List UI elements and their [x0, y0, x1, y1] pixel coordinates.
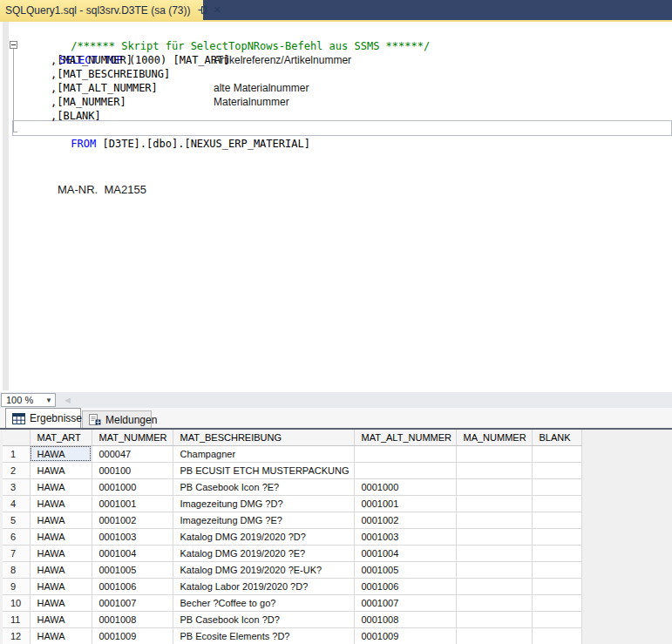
grid-corner-cell[interactable] — [3, 430, 30, 445]
grid-cell[interactable] — [532, 445, 581, 462]
grid-column-header[interactable]: MAT_BESCHREIBUNG — [173, 430, 354, 445]
grid-cell[interactable]: 0001000 — [92, 478, 173, 495]
grid-cell[interactable] — [532, 495, 581, 512]
grid-cell[interactable] — [456, 578, 532, 594]
close-icon[interactable]: ✕ — [214, 5, 221, 15]
grid-cell[interactable] — [532, 528, 581, 545]
grid-cell[interactable] — [532, 462, 581, 478]
grid-cell[interactable] — [354, 462, 456, 478]
grid-row-header[interactable]: 4 — [3, 495, 30, 512]
grid-column-header[interactable]: MAT_ART — [30, 430, 92, 445]
grid-row-header[interactable]: 6 — [3, 528, 30, 545]
grid-cell[interactable]: PB Casebook Icon ?E? — [173, 478, 354, 495]
grid-cell[interactable]: 0001008 — [92, 611, 173, 627]
grid-cell[interactable] — [456, 495, 532, 512]
grid-row-header[interactable]: 9 — [3, 578, 30, 594]
grid-cell[interactable]: 0001005 — [92, 561, 173, 578]
editor-hscrollbar[interactable]: 100 % ▼ ◄ — [0, 392, 672, 408]
grid-row-header[interactable]: 3 — [3, 478, 30, 495]
grid-cell[interactable] — [456, 561, 532, 578]
grid-row-header[interactable]: 7 — [3, 545, 30, 561]
grid-cell[interactable]: Katalog DMG 2019/2020 ?D? — [173, 528, 354, 545]
grid-cell[interactable]: 0001006 — [92, 578, 173, 594]
grid-cell[interactable] — [532, 611, 581, 627]
grid-cell[interactable]: HAWA — [30, 462, 92, 478]
grid-cell[interactable]: 0001002 — [92, 512, 173, 528]
grid-cell[interactable] — [532, 627, 581, 644]
grid-cell[interactable] — [532, 545, 581, 561]
tab-results[interactable]: Ergebnisse — [5, 408, 81, 428]
grid-cell[interactable]: PB ECUSIT ETCH MUSTERPACKUNG — [173, 462, 354, 478]
grid-cell[interactable]: 0001001 — [354, 495, 456, 512]
grid-cell[interactable]: 0001004 — [354, 545, 456, 561]
grid-cell[interactable] — [532, 478, 581, 495]
grid-cell[interactable] — [532, 594, 581, 611]
grid-cell[interactable]: 0001004 — [92, 545, 173, 561]
grid-cell[interactable]: Katalog DMG 2019/2020 ?E? — [173, 545, 354, 561]
grid-row-header[interactable]: 8 — [3, 561, 30, 578]
grid-row-header[interactable]: 2 — [3, 462, 30, 478]
grid-cell[interactable]: Katalog DMG 2019/2020 ?E-UK? — [173, 561, 354, 578]
grid-cell[interactable] — [532, 561, 581, 578]
grid-cell[interactable]: HAWA — [30, 627, 92, 644]
grid-row-header[interactable]: 10 — [3, 594, 30, 611]
sql-editor[interactable]: /****** Skript für SelectTopNRows-Befehl… — [0, 22, 672, 392]
grid-cell[interactable]: HAWA — [30, 578, 92, 594]
collapse-minus-icon[interactable] — [10, 41, 17, 49]
grid-cell[interactable]: 000047 — [92, 445, 173, 462]
chevron-down-icon[interactable]: ▼ — [43, 397, 55, 404]
grid-cell[interactable]: HAWA — [30, 561, 92, 578]
document-tab[interactable]: SQLQuery1.sql - sql3srv.D3TE (sa (73)) ✕ — [0, 0, 203, 20]
grid-cell[interactable]: HAWA — [30, 611, 92, 627]
zoom-dropdown[interactable]: 100 % ▼ — [1, 393, 56, 407]
grid-cell[interactable]: 0001001 — [92, 495, 173, 512]
grid-column-header[interactable]: BLANK — [532, 430, 581, 445]
grid-cell[interactable]: 0001007 — [354, 594, 456, 611]
grid-cell[interactable]: HAWA — [30, 594, 92, 611]
grid-cell[interactable]: 0001006 — [354, 578, 456, 594]
grid-cell[interactable]: HAWA — [30, 495, 92, 512]
grid-row-header[interactable]: 11 — [3, 611, 30, 627]
grid-cell[interactable]: Imagezeitung DMG ?E? — [173, 512, 354, 528]
grid-cell[interactable]: 0001005 — [354, 561, 456, 578]
pin-icon[interactable] — [198, 5, 207, 15]
grid-cell[interactable] — [456, 611, 532, 627]
grid-cell[interactable] — [532, 512, 581, 528]
grid-cell[interactable]: Imagezeitung DMG ?D? — [173, 495, 354, 512]
scroll-left-icon[interactable]: ◄ — [63, 395, 72, 405]
grid-cell[interactable]: PB Ecosite Elements ?D? — [173, 627, 354, 644]
grid-cell[interactable]: HAWA — [30, 545, 92, 561]
grid-cell[interactable]: 0001003 — [92, 528, 173, 545]
grid-cell[interactable]: Becher ?Coffee to go? — [173, 594, 354, 611]
grid-cell[interactable]: HAWA — [30, 528, 92, 545]
grid-cell[interactable]: Champagner — [173, 445, 354, 462]
grid-cell[interactable]: 0001009 — [354, 627, 456, 644]
grid-cell[interactable]: 0001009 — [92, 627, 173, 644]
grid-cell[interactable] — [456, 512, 532, 528]
grid-cell[interactable]: 0001002 — [354, 512, 456, 528]
grid-cell[interactable] — [456, 445, 532, 462]
grid-cell[interactable]: 0001007 — [92, 594, 173, 611]
grid-column-header[interactable]: MAT_NUMMER — [92, 430, 173, 445]
grid-cell[interactable]: 0001003 — [354, 528, 456, 545]
grid-cell[interactable]: HAWA — [30, 512, 92, 528]
grid-cell[interactable]: Katalog Labor 2019/2020 ?D? — [173, 578, 354, 594]
grid-column-header[interactable]: MAT_ALT_NUMMER — [354, 430, 456, 445]
grid-cell[interactable] — [456, 478, 532, 495]
grid-cell[interactable]: PB Casebook Icon ?D? — [173, 611, 354, 627]
grid-cell[interactable] — [456, 594, 532, 611]
grid-cell[interactable] — [456, 545, 532, 561]
grid-row-header[interactable]: 1 — [3, 445, 30, 462]
grid-cell[interactable]: 0001000 — [354, 478, 456, 495]
grid-cell[interactable] — [456, 462, 532, 478]
grid-cell[interactable]: HAWA — [30, 445, 92, 462]
grid-cell[interactable] — [456, 528, 532, 545]
grid-cell[interactable]: 000100 — [92, 462, 173, 478]
grid-row-header[interactable]: 12 — [3, 627, 30, 644]
grid-cell[interactable] — [354, 445, 456, 462]
tab-messages[interactable]: Meldungen — [82, 410, 152, 428]
grid-column-header[interactable]: MA_NUMMER — [456, 430, 532, 445]
grid-cell[interactable] — [456, 627, 532, 644]
grid-row-header[interactable]: 5 — [3, 512, 30, 528]
grid-cell[interactable]: 0001008 — [354, 611, 456, 627]
